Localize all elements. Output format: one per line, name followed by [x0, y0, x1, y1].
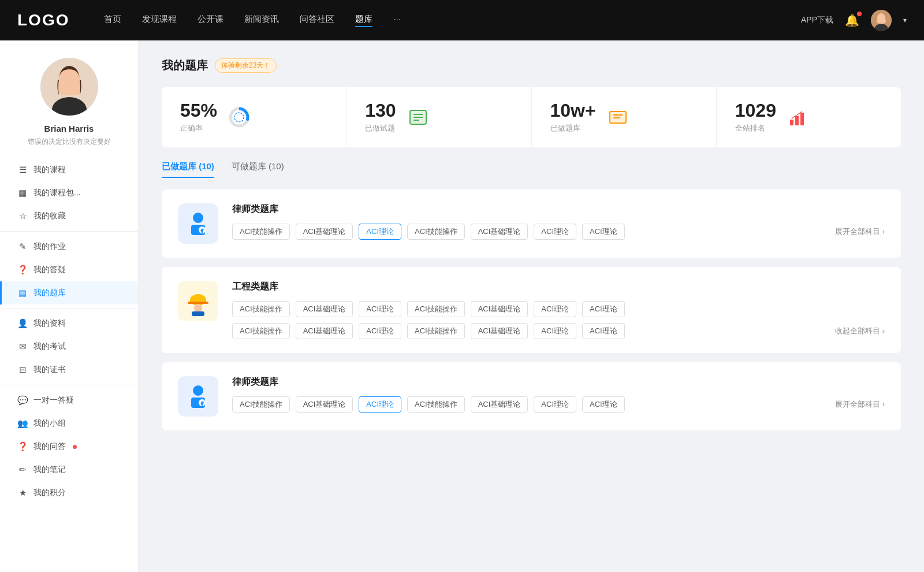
l2-tag-2-selected[interactable]: ACI理论: [359, 396, 401, 413]
sidebar-item-label: 我的题库: [33, 288, 66, 298]
eng-tag-1[interactable]: ACI基础理论: [296, 301, 353, 317]
l2-tag-6[interactable]: ACI理论: [582, 396, 625, 413]
eng-tag2-5[interactable]: ACI理论: [534, 323, 576, 339]
eng-tag2-4[interactable]: ACI基础理论: [471, 323, 528, 339]
eng-tag2-6[interactable]: ACI理论: [582, 323, 625, 339]
l2-tag-1[interactable]: ACI基础理论: [296, 396, 353, 413]
qa-icon: ❓: [17, 265, 28, 275]
eng-tag2-3[interactable]: ACI技能操作: [407, 323, 465, 339]
sidebar-item-label: 我的答疑: [33, 265, 66, 275]
svg-point-10: [234, 113, 244, 122]
l2-tag-0[interactable]: ACI技能操作: [232, 396, 290, 413]
tag-4[interactable]: ACI基础理论: [471, 224, 528, 240]
sidebar-item-profile[interactable]: 👤 我的资料: [0, 312, 138, 335]
stat-done-questions: 130 已做试题: [346, 87, 531, 147]
user-dropdown-arrow[interactable]: ▾: [903, 16, 907, 24]
tag-5[interactable]: ACI理论: [534, 224, 576, 240]
my-courses-icon: ☰: [17, 165, 28, 175]
nav-question-bank[interactable]: 题库: [355, 14, 372, 27]
eng-tag2-0[interactable]: ACI技能操作: [232, 323, 290, 339]
svg-point-23: [193, 213, 203, 223]
sidebar-item-qa[interactable]: ❓ 我的答疑: [0, 258, 138, 281]
eng-tag2-2[interactable]: ACI理论: [359, 323, 401, 339]
stat-value-banks: 10w+: [550, 101, 596, 120]
sidebar-item-exam[interactable]: ✉ 我的考试: [0, 335, 138, 358]
notification-dot: [857, 12, 862, 16]
lawyer-icon: [178, 203, 218, 244]
question-bank-icon: ▤: [17, 288, 28, 298]
expand-link-lawyer-1[interactable]: 展开全部科目 ›: [835, 226, 885, 237]
nav-more[interactable]: ···: [393, 14, 401, 27]
eng-tag2-1[interactable]: ACI基础理论: [296, 323, 353, 339]
sidebar-item-label: 我的问答: [33, 441, 66, 452]
stat-ranking: 1029 全站排名: [717, 87, 901, 147]
sidebar-motto: 错误的决定比没有决定要好: [16, 137, 122, 147]
stat-label-ranking: 全站排名: [735, 123, 776, 133]
points-icon: ★: [17, 488, 28, 498]
nav-qa[interactable]: 问答社区: [300, 14, 334, 27]
tab-done-banks[interactable]: 已做题库 (10): [162, 161, 214, 178]
sidebar-username: Brian Harris: [44, 124, 94, 133]
svg-point-29: [194, 304, 202, 312]
sidebar-item-label: 我的笔记: [33, 465, 66, 475]
nav-news[interactable]: 新闻资讯: [244, 14, 279, 27]
eng-tag-0[interactable]: ACI技能操作: [232, 301, 290, 317]
sidebar-menu: ☰ 我的课程 ▦ 我的课程包... ☆ 我的收藏 ✎ 我的作业 ❓ 我的答疑 ▤: [0, 158, 138, 504]
eng-tag-5[interactable]: ACI理论: [534, 301, 576, 317]
page-title: 我的题库: [162, 58, 208, 73]
course-package-icon: ▦: [17, 188, 28, 198]
sidebar-item-label: 我的资料: [33, 318, 66, 329]
sidebar-item-label: 我的作业: [33, 242, 66, 252]
tag-0[interactable]: ACI技能操作: [232, 224, 290, 240]
nav-open-course[interactable]: 公开课: [198, 14, 223, 27]
eng-tag-6[interactable]: ACI理论: [582, 301, 625, 317]
sidebar-item-group[interactable]: 👥 我的小组: [0, 412, 138, 435]
sidebar-item-label: 我的小组: [33, 418, 66, 429]
logo[interactable]: LOGO: [17, 11, 69, 29]
navbar-right: APP下载 🔔 ▾: [801, 10, 907, 31]
sidebar-item-label: 一对一答疑: [33, 395, 74, 406]
expand-link-lawyer-2[interactable]: 展开全部科目 ›: [835, 399, 885, 410]
sidebar-item-question-bank[interactable]: ▤ 我的题库: [0, 281, 138, 304]
sidebar-item-my-courses[interactable]: ☰ 我的课程: [0, 158, 138, 181]
sidebar-item-points[interactable]: ★ 我的积分: [0, 481, 138, 504]
bank-card-engineer: 工程类题库 ACI技能操作 ACI基础理论 ACI理论 ACI技能操作 ACI基…: [162, 267, 901, 353]
l2-tag-3[interactable]: ACI技能操作: [407, 396, 465, 413]
collapse-link-engineer[interactable]: 收起全部科目 ›: [835, 326, 885, 336]
sidebar-item-label: 我的课程包...: [33, 188, 81, 198]
sidebar-item-certificate[interactable]: ⊟ 我的证书: [0, 358, 138, 381]
banks-icon: [606, 106, 629, 129]
sidebar-item-label: 我的考试: [33, 341, 66, 352]
svg-rect-30: [192, 311, 204, 316]
sidebar-item-favorites[interactable]: ☆ 我的收藏: [0, 205, 138, 228]
eng-tag-4[interactable]: ACI基础理论: [471, 301, 528, 317]
tag-3[interactable]: ACI技能操作: [407, 224, 465, 240]
tags-row-engineer-2: ACI技能操作 ACI基础理论 ACI理论 ACI技能操作 ACI基础理论 AC…: [232, 323, 885, 339]
app-download-button[interactable]: APP下载: [801, 15, 833, 25]
l2-tag-5[interactable]: ACI理论: [534, 396, 576, 413]
sidebar-item-homework[interactable]: ✎ 我的作业: [0, 235, 138, 258]
tag-6[interactable]: ACI理论: [582, 224, 625, 240]
eng-tag-3[interactable]: ACI技能操作: [407, 301, 465, 317]
sidebar-item-course-package[interactable]: ▦ 我的课程包...: [0, 181, 138, 205]
tab-bar: 已做题库 (10) 可做题库 (10): [162, 161, 901, 178]
navbar: LOGO 首页 发现课程 公开课 新闻资讯 问答社区 题库 ··· APP下载 …: [0, 0, 924, 40]
sidebar-item-my-qa[interactable]: ❓ 我的问答: [0, 435, 138, 458]
bank-card-lawyer-1: 律师类题库 ACI技能操作 ACI基础理论 ACI理论 ACI技能操作 ACI基…: [162, 190, 901, 258]
stat-value-ranking: 1029: [735, 101, 776, 120]
l2-tag-4[interactable]: ACI基础理论: [471, 396, 528, 413]
nav-courses[interactable]: 发现课程: [142, 14, 177, 27]
tag-1[interactable]: ACI基础理论: [296, 224, 353, 240]
tags-row-engineer-1: ACI技能操作 ACI基础理论 ACI理论 ACI技能操作 ACI基础理论 AC…: [232, 301, 885, 317]
stat-done-banks: 10w+ 已做题库: [532, 87, 717, 147]
svg-rect-21: [795, 116, 799, 125]
notification-bell-icon[interactable]: 🔔: [845, 13, 859, 27]
bank-body-engineer: 工程类题库 ACI技能操作 ACI基础理论 ACI理论 ACI技能操作 ACI基…: [232, 281, 885, 339]
eng-tag-2[interactable]: ACI理论: [359, 301, 401, 317]
sidebar-item-notes[interactable]: ✏ 我的笔记: [0, 458, 138, 481]
avatar[interactable]: [871, 10, 892, 31]
tab-available-banks[interactable]: 可做题库 (10): [232, 161, 284, 178]
nav-home[interactable]: 首页: [104, 14, 121, 27]
tag-2-selected[interactable]: ACI理论: [359, 224, 401, 240]
sidebar-item-one-on-one[interactable]: 💬 一对一答疑: [0, 389, 138, 412]
